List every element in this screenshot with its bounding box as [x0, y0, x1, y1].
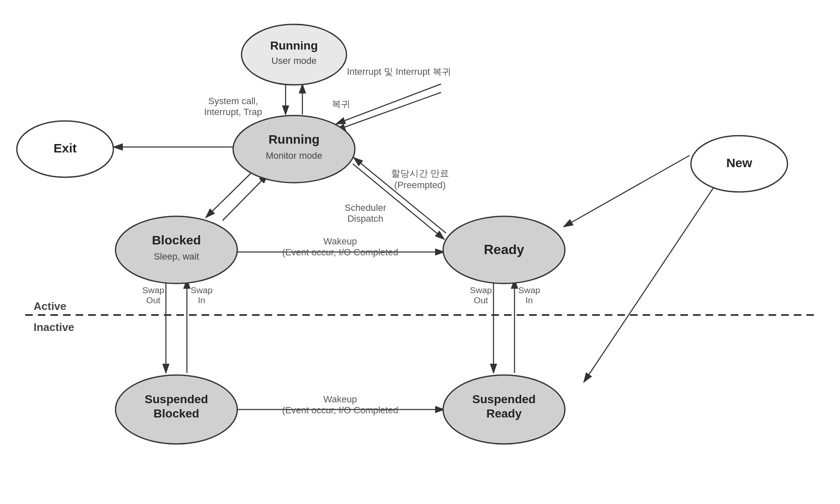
label-swap-in-ready-2: In	[525, 295, 533, 305]
label-running-user-line2: User mode	[271, 55, 317, 66]
svg-line-11	[564, 155, 690, 227]
node-blocked	[116, 216, 237, 284]
label-suspended-ready-line1: Suspended	[472, 393, 536, 406]
label-running-monitor-line2: Monitor mode	[266, 150, 323, 161]
label-preempted-1: 할당시간 만료	[391, 168, 449, 178]
label-swap-out-blocked-2: Out	[146, 295, 160, 305]
label-exit: Exit	[53, 141, 76, 155]
label-inactive: Inactive	[34, 321, 74, 333]
label-swap-in-ready-1: Swap	[518, 285, 541, 295]
node-running-monitor	[233, 116, 355, 183]
svg-line-12	[584, 187, 714, 382]
label-syscall: System call,	[208, 96, 258, 106]
label-swap-out-ready-2: Out	[474, 295, 488, 305]
label-preempted-2: (Preempted)	[394, 180, 446, 190]
label-blocked-line2: Sleep, wait	[154, 251, 199, 262]
svg-line-14	[336, 92, 441, 130]
label-suspended-blocked-line1: Suspended	[145, 393, 208, 406]
label-interrupt-and-return: Interrupt 및 Interrupt 복귀	[347, 66, 451, 77]
label-suspended-blocked-line2: Blocked	[154, 407, 200, 420]
label-swap-out-ready-1: Swap	[470, 285, 492, 295]
label-blocked-line1: Blocked	[152, 233, 201, 247]
label-wakeup-inactive-1: Wakeup	[323, 394, 357, 404]
label-swap-in-blocked-2: In	[198, 295, 205, 305]
svg-line-13	[336, 84, 441, 124]
label-wakeup-active-2: (Event occur, I/O Completed	[282, 247, 398, 257]
svg-line-7	[223, 174, 268, 220]
label-running-monitor-line1: Running	[268, 132, 320, 146]
svg-line-6	[206, 172, 252, 218]
label-wakeup-active-1: Wakeup	[323, 236, 357, 247]
label-scheduler-1: Scheduler	[344, 202, 386, 213]
label-active: Active	[34, 300, 66, 312]
node-running-user	[242, 24, 346, 85]
label-return: 복귀	[332, 99, 350, 109]
label-ready: Ready	[484, 242, 524, 257]
label-new: New	[726, 156, 752, 170]
label-swap-in-blocked-1: Swap	[191, 285, 213, 295]
label-scheduler-2: Dispatch	[347, 213, 383, 224]
label-suspended-ready-line2: Ready	[486, 407, 522, 420]
label-interrupt-trap: Interrupt, Trap	[204, 107, 262, 117]
label-running-user-line1: Running	[270, 39, 318, 52]
label-wakeup-inactive-2: (Event occur, I/O Completed	[282, 405, 398, 415]
label-swap-out-blocked-1: Swap	[142, 285, 165, 295]
